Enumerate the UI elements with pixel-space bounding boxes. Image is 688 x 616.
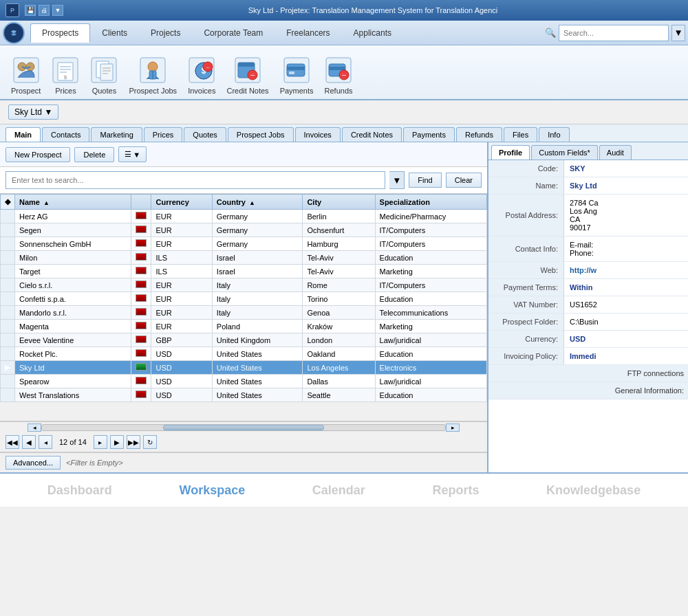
specialization-cell: IT/Computers <box>375 223 486 237</box>
prospect-dropdown-button[interactable]: Sky Ltd ▼ <box>8 104 58 120</box>
toolbar-prices-label: Prices <box>55 87 76 95</box>
table-row[interactable]: MilonILSIsraelTel-AvivEducation <box>1 251 487 265</box>
prev-page-button[interactable]: ◀ <box>22 435 36 449</box>
table-row[interactable]: SegenEURGermanyOchsenfurtIT/Computers <box>1 223 487 237</box>
sec-tab-invoices[interactable]: Invoices <box>295 127 341 142</box>
tab-applicants[interactable]: Applicants <box>342 23 403 43</box>
sec-tab-files[interactable]: Files <box>504 127 537 142</box>
search-dropdown-button[interactable]: ▼ <box>671 25 685 41</box>
scroll-thumb[interactable] <box>163 425 324 430</box>
clear-button[interactable]: Clear <box>446 173 482 188</box>
horizontal-scrollbar[interactable]: ◂ ▸ <box>0 421 487 432</box>
country-cell: Poland <box>212 320 303 333</box>
sec-tab-marketing[interactable]: Marketing <box>91 127 142 142</box>
search-bar: ▼ Find Clear <box>0 167 487 194</box>
bottom-nav-dashboard[interactable]: Dashboard <box>47 483 112 498</box>
table-row[interactable]: MagentaEURPolandKrakówMarketing <box>1 320 487 333</box>
last-page-button[interactable]: ▶▶ <box>127 435 140 449</box>
table-row[interactable]: Mandorlo s.r.l.EURItalyGenoaTelecommunic… <box>1 306 487 320</box>
col-specialization[interactable]: Specialization <box>375 195 486 210</box>
toolbar-refunds[interactable]: – Refunds <box>325 56 353 95</box>
search-text-input[interactable] <box>6 171 385 189</box>
tab-corporate-team[interactable]: Corporate Team <box>192 23 275 43</box>
next-button[interactable]: ▸ <box>94 435 107 449</box>
invoicing-policy-label: Invoicing Policy: <box>488 348 564 364</box>
toolbar-invoices[interactable]: $ – Invoices <box>188 56 215 95</box>
table-row[interactable]: ▶Sky LtdUSDUnited StatesLos AngelesElect… <box>1 361 487 375</box>
sec-tab-payments[interactable]: Payments <box>403 127 455 142</box>
currency-cell: EUR <box>151 320 212 333</box>
right-tab-profile[interactable]: Profile <box>491 145 530 160</box>
tab-clients[interactable]: Clients <box>90 23 139 43</box>
scroll-right-button[interactable]: ▸ <box>446 424 460 432</box>
main-content: New Prospect Delete ☰ ▼ ▼ Find Clear ◆ N… <box>0 142 688 472</box>
toolbar-prices[interactable]: $ Prices <box>52 56 79 95</box>
tab-projects[interactable]: Projects <box>139 23 192 43</box>
print-button[interactable]: 🖨 <box>39 5 50 16</box>
table-row[interactable]: Herz AGEURGermanyBerlinMedicine/Pharmacy <box>1 210 487 223</box>
new-prospect-button[interactable]: New Prospect <box>6 147 70 162</box>
bottom-nav-reports[interactable]: Reports <box>432 483 479 498</box>
quick-access-toolbar[interactable]: 💾 🖨 ▼ <box>25 5 63 16</box>
right-tab-audit[interactable]: Audit <box>599 145 632 160</box>
vat-number-label: VAT Number: <box>488 296 564 313</box>
sec-tab-prospect-jobs[interactable]: Prospect Jobs <box>228 127 294 142</box>
bottom-nav-calendar[interactable]: Calendar <box>312 483 365 498</box>
next-page-button[interactable]: ▶ <box>110 435 124 449</box>
table-row[interactable]: Sonnenschein GmbHEURGermanyHamburgIT/Com… <box>1 237 487 251</box>
right-tab-custom-fields[interactable]: Custom Fields* <box>531 145 598 160</box>
toolbar-quotes[interactable]: Quotes <box>90 56 118 95</box>
sec-tab-info[interactable]: Info <box>539 127 569 142</box>
currency-value: USD <box>564 331 688 347</box>
save-button[interactable]: 💾 <box>25 5 36 16</box>
profile-row-currency: Currency: USD <box>488 331 688 348</box>
city-cell: Hamburg <box>303 237 375 251</box>
delete-button[interactable]: Delete <box>74 147 114 162</box>
menu-button[interactable]: ☰ ▼ <box>118 146 147 162</box>
currency-cell: USD <box>151 375 212 388</box>
tab-freelancers[interactable]: Freelancers <box>275 23 341 43</box>
bottom-nav-knowledgebase[interactable]: Knowledgebase <box>546 483 641 498</box>
search-input[interactable] <box>559 25 669 41</box>
prospect-folder-label: Prospect Folder: <box>488 314 564 330</box>
table-row[interactable]: Confetti s.p.a.EURItalyTorinoEducation <box>1 292 487 306</box>
sec-tab-main[interactable]: Main <box>6 127 41 142</box>
toolbar-payments[interactable]: Payments <box>280 56 314 95</box>
refresh-button[interactable]: ↻ <box>143 435 157 449</box>
currency-cell: EUR <box>151 223 212 237</box>
scroll-left-button[interactable]: ◂ <box>28 424 41 432</box>
table-row[interactable]: Cielo s.r.l.EURItalyRomeIT/Computers <box>1 278 487 292</box>
country-cell: Italy <box>212 292 303 306</box>
col-city[interactable]: City <box>303 195 375 210</box>
col-currency[interactable]: Currency <box>151 195 212 210</box>
table-row[interactable]: TargetILSIsraelTel-AvivMarketing <box>1 265 487 278</box>
postal-address-value: 2784 Ca Los Ang CA 90017 <box>564 195 688 236</box>
flag-cell <box>131 388 151 402</box>
scroll-track[interactable] <box>41 424 446 431</box>
toolbar-credit-notes[interactable]: – Credit Notes <box>226 56 268 95</box>
table-row[interactable]: SpearowUSDUnited StatesDallasLaw/juridic… <box>1 375 487 388</box>
sec-tab-prices[interactable]: Prices <box>144 127 183 142</box>
search-dropdown-button[interactable]: ▼ <box>389 171 405 189</box>
advanced-button[interactable]: Advanced... <box>6 456 61 470</box>
toolbar-prospect[interactable]: Prospect <box>11 56 41 95</box>
prev-button[interactable]: ◂ <box>39 435 52 449</box>
sec-tab-credit-notes[interactable]: Credit Notes <box>342 127 402 142</box>
currency-cell: USD <box>151 388 212 402</box>
vat-number-value: US1652 <box>564 296 688 313</box>
sec-tab-refunds[interactable]: Refunds <box>456 127 502 142</box>
first-page-button[interactable]: ◀◀ <box>6 435 19 449</box>
find-button[interactable]: Find <box>409 173 441 188</box>
bottom-nav-workspace[interactable]: Workspace <box>179 483 245 498</box>
dropdown-button[interactable]: ▼ <box>52 5 63 16</box>
tab-prospects[interactable]: Prospects <box>30 23 90 43</box>
sec-tab-contacts[interactable]: Contacts <box>42 127 89 142</box>
col-country[interactable]: Country ▲ <box>212 195 303 210</box>
toolbar-prospect-jobs[interactable]: Prospect Jobs <box>129 56 177 95</box>
table-row[interactable]: Eevee ValentineGBPUnited KingdomLondonLa… <box>1 333 487 347</box>
advanced-bar: Advanced... <Filter is Empty> <box>0 452 487 472</box>
sec-tab-quotes[interactable]: Quotes <box>184 127 226 142</box>
table-row[interactable]: Rocket Plc.USDUnited StatesOaklandEducat… <box>1 347 487 361</box>
table-row[interactable]: West TranslationsUSDUnited StatesSeattle… <box>1 388 487 402</box>
col-name[interactable]: Name ▲ <box>15 195 131 210</box>
